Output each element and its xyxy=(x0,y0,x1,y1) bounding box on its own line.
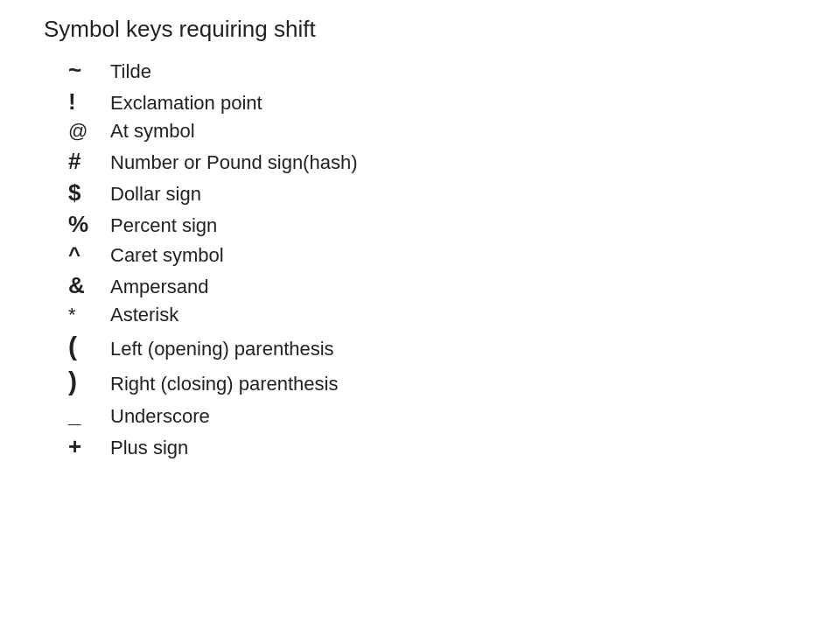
list-item-exclamation: !Exclamation point xyxy=(68,87,796,116)
list-item-tilde: ~Tilde xyxy=(68,55,796,85)
description-plus: Plus sign xyxy=(110,438,188,458)
list-item-at: @At symbol xyxy=(68,118,796,144)
symbol-exclamation: ! xyxy=(68,90,110,113)
list-item-hash: #Number or Pound sign(hash) xyxy=(68,146,796,176)
symbol-percent: % xyxy=(68,213,110,235)
symbol-underscore: _ xyxy=(68,403,110,426)
description-underscore: Underscore xyxy=(110,407,210,426)
list-item-caret: ^Caret symbol xyxy=(68,241,796,269)
list-item-underscore: _Underscore xyxy=(68,400,796,430)
description-caret: Caret symbol xyxy=(110,246,224,265)
description-dollar: Dollar sign xyxy=(110,185,201,204)
description-rparen: Right (closing) parenthesis xyxy=(110,374,338,394)
list-item-dollar: $Dollar sign xyxy=(68,178,796,207)
page-title: Symbol keys requiring shift xyxy=(44,16,796,43)
symbol-hash: # xyxy=(68,150,110,172)
list-item-plus: +Plus sign xyxy=(68,431,796,461)
list-item-ampersand: &Ampersand xyxy=(68,270,796,300)
symbol-caret: ^ xyxy=(68,244,110,265)
list-item-asterisk: *Asterisk xyxy=(68,302,796,328)
symbol-tilde: ~ xyxy=(68,59,110,81)
symbol-plus: + xyxy=(68,435,110,458)
symbol-list: ~Tilde!Exclamation point@At symbol#Numbe… xyxy=(44,55,796,461)
symbol-asterisk: * xyxy=(68,305,110,325)
list-item-percent: %Percent sign xyxy=(68,209,796,239)
description-hash: Number or Pound sign(hash) xyxy=(110,153,357,172)
symbol-lparen: ( xyxy=(68,333,110,360)
description-at: At symbol xyxy=(110,122,195,141)
symbol-at: @ xyxy=(68,122,110,141)
symbol-rparen: ) xyxy=(68,368,110,395)
description-exclamation: Exclamation point xyxy=(110,94,262,113)
list-item-rparen: )Right (closing) parenthesis xyxy=(68,365,796,398)
description-ampersand: Ampersand xyxy=(110,277,209,297)
description-tilde: Tilde xyxy=(110,62,151,81)
symbol-ampersand: & xyxy=(68,274,110,297)
description-percent: Percent sign xyxy=(110,216,217,235)
description-asterisk: Asterisk xyxy=(110,305,178,325)
list-item-lparen: (Left (opening) parenthesis xyxy=(68,330,796,363)
description-lparen: Left (opening) parenthesis xyxy=(110,340,334,359)
symbol-dollar: $ xyxy=(68,181,110,204)
